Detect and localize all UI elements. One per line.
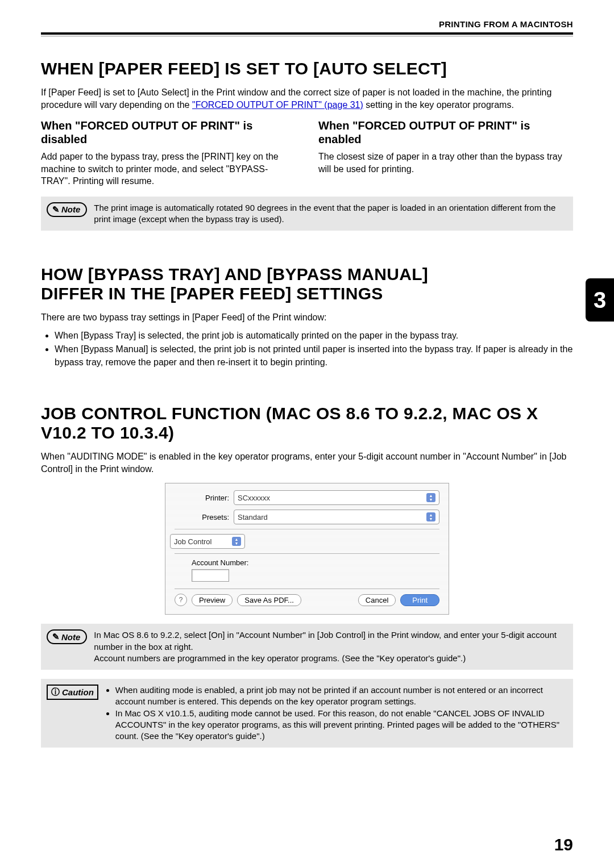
updown-icon: ▲▼: [426, 512, 435, 521]
account-number-input[interactable]: [192, 569, 229, 582]
print-dialog: Printer: SCxxxxxx ▲▼ Presets: Standard ▲…: [165, 483, 449, 615]
panel-value: Job Control: [174, 537, 211, 546]
printer-combo[interactable]: SCxxxxxx ▲▼: [234, 490, 439, 505]
caution-bullet-2: In Mac OS X v10.1.5, auditing mode canno…: [115, 708, 567, 742]
caution-tag: ⓘCaution: [47, 685, 98, 700]
pencil-icon: ✎: [52, 205, 60, 215]
dialog-divider: [175, 529, 439, 529]
note1-text: The print image is automatically rotated…: [94, 202, 567, 226]
dialog-divider-2: [175, 553, 439, 554]
rule-thin: [41, 36, 573, 36]
page: PRINTING FROM A MACINTOSH WHEN [PAPER FE…: [0, 0, 614, 868]
dialog-button-row: ? Preview Save As PDF... Cancel Print: [175, 594, 439, 606]
note-label: Note: [61, 205, 80, 214]
caution-icon: ⓘ: [51, 687, 60, 698]
section2-intro: There are two bypass tray settings in [P…: [41, 311, 573, 324]
col-right-body: The closest size of paper in a tray othe…: [318, 151, 573, 175]
two-column-block: When "FORCED OUTPUT OF PRINT" is disable…: [41, 119, 573, 187]
help-button[interactable]: ?: [175, 594, 187, 606]
chapter-tab: 3: [586, 278, 614, 322]
updown-icon: ▲▼: [232, 537, 241, 546]
page-number: 19: [554, 835, 573, 854]
section1-intro-post: setting in the key operator programs.: [363, 100, 514, 110]
caution-text: When auditing mode is enabled, a print j…: [105, 685, 567, 742]
col-left-body: Add paper to the bypass tray, press the …: [41, 151, 296, 187]
bullet-bypass-manual: When [Bypass Manual] is selected, the pr…: [55, 343, 573, 369]
printer-value: SCxxxxxx: [238, 494, 270, 502]
col-left-heading: When "FORCED OUTPUT OF PRINT" is disable…: [41, 119, 296, 146]
account-number-label: Account Number:: [192, 558, 439, 567]
updown-icon: ▲▼: [426, 493, 435, 502]
caution-bullet-1: When auditing mode is enabled, a print j…: [115, 685, 567, 708]
note-box-1: ✎Note The print image is automatically r…: [41, 197, 573, 231]
rule-thick: [41, 32, 573, 35]
note-box-2: ✎Note In Mac OS 8.6 to 9.2.2, select [On…: [41, 624, 573, 670]
print-button[interactable]: Print: [400, 594, 439, 606]
section-title-3: JOB CONTROL FUNCTION (MAC OS 8.6 TO 9.2.…: [41, 404, 573, 443]
presets-value: Standard: [238, 513, 268, 521]
forced-output-link[interactable]: "FORCED OUTPUT OF PRINT" (page 31): [192, 100, 363, 110]
presets-combo[interactable]: Standard ▲▼: [234, 510, 439, 524]
note2-text: In Mac OS 8.6 to 9.2.2, select [On] in "…: [94, 629, 567, 664]
page-header: PRINTING FROM A MACINTOSH: [41, 19, 573, 32]
cancel-button[interactable]: Cancel: [358, 594, 396, 606]
note-tag: ✎Note: [47, 629, 87, 644]
note-tag: ✎Note: [47, 202, 87, 217]
panel-combo[interactable]: Job Control ▲▼: [170, 534, 245, 549]
pencil-icon: ✎: [52, 632, 60, 642]
panel-row: Job Control ▲▼: [170, 534, 439, 549]
col-right-heading: When "FORCED OUTPUT OF PRINT" is enabled: [318, 119, 573, 146]
print-dialog-wrap: Printer: SCxxxxxx ▲▼ Presets: Standard ▲…: [41, 483, 573, 615]
caution-box: ⓘCaution When auditing mode is enabled, …: [41, 679, 573, 748]
bullet-bypass-tray: When [Bypass Tray] is selected, the prin…: [55, 329, 573, 342]
save-as-pdf-button[interactable]: Save As PDF...: [237, 594, 301, 606]
presets-row: Presets: Standard ▲▼: [175, 510, 439, 524]
presets-label: Presets:: [175, 513, 229, 521]
preview-button[interactable]: Preview: [192, 594, 233, 606]
printer-label: Printer:: [175, 494, 229, 502]
section1-intro: If [Paper Feed] is set to [Auto Select] …: [41, 86, 573, 111]
col-left: When "FORCED OUTPUT OF PRINT" is disable…: [41, 119, 296, 187]
dialog-divider-3: [175, 589, 439, 589]
section-title-2: HOW [BYPASS TRAY] AND [BYPASS MANUAL] DI…: [41, 265, 484, 303]
printer-row: Printer: SCxxxxxx ▲▼: [175, 490, 439, 505]
col-right: When "FORCED OUTPUT OF PRINT" is enabled…: [318, 119, 573, 187]
caution-label: Caution: [62, 687, 94, 697]
note-label: Note: [61, 632, 80, 642]
section2-bullets: When [Bypass Tray] is selected, the prin…: [41, 329, 573, 369]
section-title-1: WHEN [PAPER FEED] IS SET TO [AUTO SELECT…: [41, 59, 573, 78]
section3-intro: When "AUDITING MODE" is enabled in the k…: [41, 450, 573, 475]
